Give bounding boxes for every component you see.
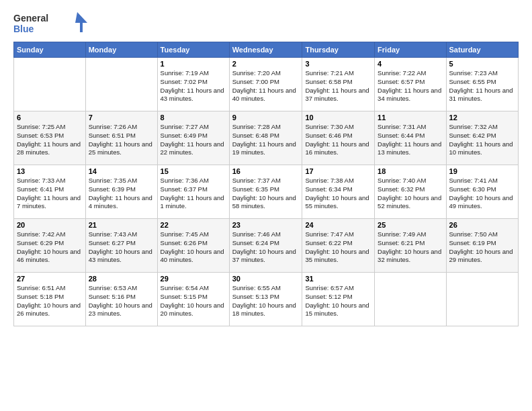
calendar-cell: 14Sunrise: 7:35 AM Sunset: 6:39 PM Dayli… — [85, 165, 157, 219]
day-info: Sunrise: 7:38 AM Sunset: 6:34 PM Dayligh… — [305, 177, 371, 211]
calendar-week-2: 6Sunrise: 7:25 AM Sunset: 6:53 PM Daylig… — [14, 111, 519, 165]
day-info: Sunrise: 6:54 AM Sunset: 5:15 PM Dayligh… — [161, 284, 226, 318]
day-number: 6 — [17, 113, 83, 122]
svg-text:General: General — [13, 13, 48, 24]
page: General Blue SundayMondayTuesdayWednesda… — [0, 0, 532, 411]
day-info: Sunrise: 7:20 AM Sunset: 7:00 PM Dayligh… — [232, 69, 300, 103]
calendar-cell: 15Sunrise: 7:36 AM Sunset: 6:37 PM Dayli… — [157, 165, 229, 219]
weekday-wednesday: Wednesday — [229, 42, 302, 58]
weekday-thursday: Thursday — [302, 42, 375, 58]
day-number: 22 — [161, 221, 226, 229]
header: General Blue — [13, 11, 519, 36]
calendar-cell: 10Sunrise: 7:30 AM Sunset: 6:46 PM Dayli… — [302, 111, 375, 165]
day-info: Sunrise: 7:47 AM Sunset: 6:22 PM Dayligh… — [305, 230, 371, 265]
weekday-sunday: Sunday — [14, 42, 86, 58]
calendar-cell: 20Sunrise: 7:42 AM Sunset: 6:29 PM Dayli… — [14, 219, 86, 273]
day-info: Sunrise: 7:40 AM Sunset: 6:32 PM Dayligh… — [378, 177, 443, 211]
calendar-week-5: 27Sunrise: 6:51 AM Sunset: 5:18 PM Dayli… — [14, 273, 519, 326]
day-number: 5 — [449, 60, 515, 68]
day-info: Sunrise: 7:45 AM Sunset: 6:26 PM Dayligh… — [161, 230, 226, 265]
day-info: Sunrise: 7:46 AM Sunset: 6:24 PM Dayligh… — [232, 230, 300, 265]
weekday-tuesday: Tuesday — [157, 42, 229, 58]
weekday-monday: Monday — [85, 42, 157, 58]
day-number: 19 — [449, 167, 515, 175]
day-number: 1 — [161, 60, 226, 68]
logo: General Blue — [13, 11, 87, 36]
day-number: 18 — [378, 167, 443, 175]
day-info: Sunrise: 7:25 AM Sunset: 6:53 PM Dayligh… — [17, 123, 83, 157]
day-number: 26 — [449, 221, 515, 229]
day-info: Sunrise: 7:21 AM Sunset: 6:58 PM Dayligh… — [305, 69, 371, 103]
day-info: Sunrise: 7:27 AM Sunset: 6:49 PM Dayligh… — [161, 123, 226, 157]
svg-marker-2 — [75, 12, 87, 32]
weekday-saturday: Saturday — [446, 42, 518, 58]
day-info: Sunrise: 6:53 AM Sunset: 5:16 PM Dayligh… — [89, 284, 154, 318]
day-number: 21 — [89, 221, 154, 229]
day-number: 25 — [378, 221, 443, 229]
calendar-cell: 8Sunrise: 7:27 AM Sunset: 6:49 PM Daylig… — [157, 111, 229, 165]
day-info: Sunrise: 7:31 AM Sunset: 6:44 PM Dayligh… — [378, 123, 443, 157]
day-number: 30 — [232, 275, 300, 283]
calendar-cell — [14, 58, 86, 111]
day-number: 31 — [305, 275, 371, 283]
weekday-friday: Friday — [375, 42, 446, 58]
calendar-table: SundayMondayTuesdayWednesdayThursdayFrid… — [13, 42, 519, 326]
calendar-week-4: 20Sunrise: 7:42 AM Sunset: 6:29 PM Dayli… — [14, 219, 519, 273]
day-number: 10 — [305, 113, 371, 122]
day-number: 13 — [17, 167, 83, 175]
day-info: Sunrise: 7:30 AM Sunset: 6:46 PM Dayligh… — [305, 123, 371, 157]
day-number: 9 — [232, 113, 300, 122]
day-number: 15 — [161, 167, 226, 175]
calendar-cell: 28Sunrise: 6:53 AM Sunset: 5:16 PM Dayli… — [85, 273, 157, 326]
calendar-cell: 18Sunrise: 7:40 AM Sunset: 6:32 PM Dayli… — [375, 165, 446, 219]
generalblue-logo-icon: General Blue — [13, 11, 87, 36]
day-number: 20 — [17, 221, 83, 229]
calendar-cell: 11Sunrise: 7:31 AM Sunset: 6:44 PM Dayli… — [375, 111, 446, 165]
day-info: Sunrise: 7:41 AM Sunset: 6:30 PM Dayligh… — [449, 177, 515, 211]
svg-text:Blue: Blue — [13, 24, 34, 34]
calendar-cell: 1Sunrise: 7:19 AM Sunset: 7:02 PM Daylig… — [157, 58, 229, 111]
day-number: 8 — [161, 113, 226, 122]
day-number: 3 — [305, 60, 371, 68]
day-info: Sunrise: 7:32 AM Sunset: 6:42 PM Dayligh… — [449, 123, 515, 157]
calendar-cell — [375, 273, 446, 326]
calendar-cell: 6Sunrise: 7:25 AM Sunset: 6:53 PM Daylig… — [14, 111, 86, 165]
calendar-cell — [85, 58, 157, 111]
calendar-cell: 3Sunrise: 7:21 AM Sunset: 6:58 PM Daylig… — [302, 58, 375, 111]
day-info: Sunrise: 7:26 AM Sunset: 6:51 PM Dayligh… — [89, 123, 154, 157]
calendar-cell: 5Sunrise: 7:23 AM Sunset: 6:55 PM Daylig… — [446, 58, 518, 111]
day-info: Sunrise: 7:35 AM Sunset: 6:39 PM Dayligh… — [89, 177, 154, 211]
calendar-cell: 12Sunrise: 7:32 AM Sunset: 6:42 PM Dayli… — [446, 111, 518, 165]
day-info: Sunrise: 7:23 AM Sunset: 6:55 PM Dayligh… — [449, 69, 515, 103]
day-number: 27 — [17, 275, 83, 283]
day-number: 16 — [232, 167, 300, 175]
calendar-week-3: 13Sunrise: 7:33 AM Sunset: 6:41 PM Dayli… — [14, 165, 519, 219]
calendar-cell: 27Sunrise: 6:51 AM Sunset: 5:18 PM Dayli… — [14, 273, 86, 326]
calendar-cell: 19Sunrise: 7:41 AM Sunset: 6:30 PM Dayli… — [446, 165, 518, 219]
day-number: 29 — [161, 275, 226, 283]
calendar-cell: 26Sunrise: 7:50 AM Sunset: 6:19 PM Dayli… — [446, 219, 518, 273]
day-number: 4 — [378, 60, 443, 68]
calendar-cell: 9Sunrise: 7:28 AM Sunset: 6:48 PM Daylig… — [229, 111, 302, 165]
calendar-cell: 2Sunrise: 7:20 AM Sunset: 7:00 PM Daylig… — [229, 58, 302, 111]
calendar-cell: 31Sunrise: 6:57 AM Sunset: 5:12 PM Dayli… — [302, 273, 375, 326]
day-info: Sunrise: 7:49 AM Sunset: 6:21 PM Dayligh… — [378, 230, 443, 265]
calendar-cell: 13Sunrise: 7:33 AM Sunset: 6:41 PM Dayli… — [14, 165, 86, 219]
calendar-cell — [446, 273, 518, 326]
day-number: 14 — [89, 167, 154, 175]
calendar-cell: 16Sunrise: 7:37 AM Sunset: 6:35 PM Dayli… — [229, 165, 302, 219]
calendar-cell: 17Sunrise: 7:38 AM Sunset: 6:34 PM Dayli… — [302, 165, 375, 219]
calendar-cell: 24Sunrise: 7:47 AM Sunset: 6:22 PM Dayli… — [302, 219, 375, 273]
calendar-cell: 30Sunrise: 6:55 AM Sunset: 5:13 PM Dayli… — [229, 273, 302, 326]
day-info: Sunrise: 6:51 AM Sunset: 5:18 PM Dayligh… — [17, 284, 83, 318]
day-number: 11 — [378, 113, 443, 122]
day-info: Sunrise: 7:22 AM Sunset: 6:57 PM Dayligh… — [378, 69, 443, 103]
calendar-cell: 22Sunrise: 7:45 AM Sunset: 6:26 PM Dayli… — [157, 219, 229, 273]
day-info: Sunrise: 7:42 AM Sunset: 6:29 PM Dayligh… — [17, 230, 83, 265]
calendar-cell: 21Sunrise: 7:43 AM Sunset: 6:27 PM Dayli… — [85, 219, 157, 273]
day-number: 23 — [232, 221, 300, 229]
day-number: 7 — [89, 113, 154, 122]
calendar-cell: 25Sunrise: 7:49 AM Sunset: 6:21 PM Dayli… — [375, 219, 446, 273]
day-info: Sunrise: 7:43 AM Sunset: 6:27 PM Dayligh… — [89, 230, 154, 265]
day-number: 28 — [89, 275, 154, 283]
